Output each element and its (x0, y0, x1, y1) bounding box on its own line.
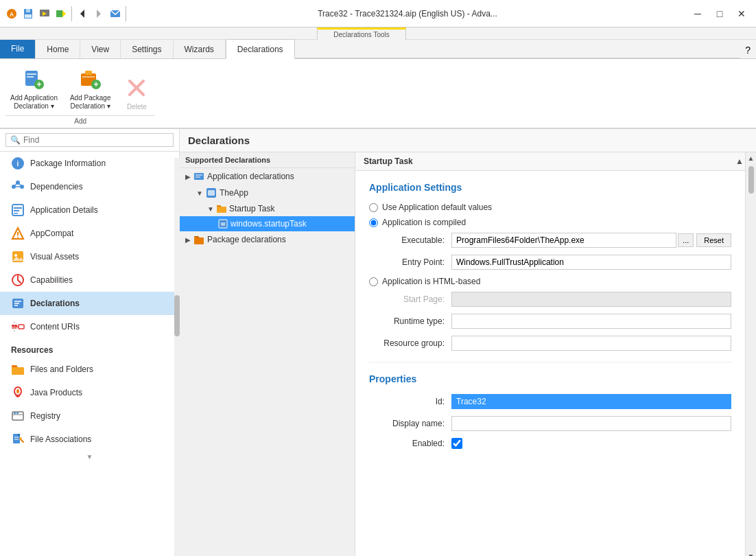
expand-app-decl-icon: ▶ (185, 173, 191, 181)
tree-package-declarations[interactable]: ▶ Package declarations (180, 231, 355, 248)
svg-point-40 (14, 254, 17, 257)
svg-marker-8 (62, 10, 66, 17)
the-app-icon (206, 187, 217, 198)
toolbar-sep1 (71, 6, 72, 21)
runtime-type-input[interactable] (451, 314, 731, 329)
sidebar-item-java-products[interactable]: Java Products (0, 381, 179, 404)
tree-startup-task[interactable]: ▼ Startup Task (180, 201, 355, 216)
app-icon[interactable]: A (4, 6, 19, 21)
properties-title: Properties (369, 373, 731, 384)
resource-group-row: Resource group: (369, 336, 731, 351)
registry-icon (11, 409, 25, 423)
detail-scrollbar: ▲ ▼ (745, 152, 756, 556)
svg-line-29 (14, 183, 18, 187)
title-bar: A Trace32 - Trace321324.aip (English US)… (0, 0, 756, 27)
display-name-input[interactable] (451, 416, 731, 431)
tab-settings[interactable]: Settings (121, 40, 173, 58)
window-controls: ─ □ ✕ (683, 6, 756, 21)
mail-btn[interactable] (108, 6, 123, 21)
resource-group-label: Resource group: (369, 338, 451, 348)
sidebar-item-content-uris[interactable]: http Content URIs (0, 315, 179, 338)
close-btn[interactable]: ✕ (731, 6, 752, 21)
scroll-up-btn[interactable]: ▲ (746, 152, 757, 163)
executable-input[interactable] (451, 233, 676, 248)
id-input[interactable] (451, 394, 731, 409)
tab-view[interactable]: View (80, 40, 121, 58)
minimize-btn[interactable]: ─ (687, 6, 708, 21)
id-row: Id: (369, 394, 731, 409)
radio-html-label: Application is HTML-based (382, 277, 480, 286)
svg-rect-58 (16, 413, 19, 414)
window-title: Trace32 - Trace321324.aip (English US) -… (132, 9, 683, 19)
scroll-thumb[interactable] (748, 166, 754, 194)
detail-scroll-up[interactable]: ▲ (734, 157, 745, 166)
sidebar-item-declarations[interactable]: Declarations (0, 292, 179, 315)
run-btn[interactable] (54, 6, 69, 21)
search-input[interactable] (23, 135, 169, 145)
sidebar-scrollbar-thumb[interactable] (174, 295, 180, 336)
tab-wizards[interactable]: Wizards (174, 40, 226, 58)
enabled-checkbox[interactable] (451, 438, 462, 449)
start-page-label: Start Page: (383, 294, 451, 304)
executable-browse-btn[interactable]: ... (678, 233, 694, 247)
tree-app-declarations[interactable]: ▶ Application declarations (180, 168, 355, 185)
entry-point-label: Entry Point: (383, 257, 451, 267)
sidebar-item-capabilities[interactable]: Capabilities (0, 268, 179, 292)
resource-group-input[interactable] (451, 336, 731, 351)
sidebar-item-app-details[interactable]: Application Details (0, 198, 179, 222)
radio-compiled-label: Application is compiled (382, 218, 466, 227)
scroll-down-indicator: ▼ (0, 451, 179, 462)
tree-content: ▶ Application declarations ▼ TheApp (180, 168, 355, 556)
scroll-down-btn[interactable]: ▼ (746, 551, 757, 556)
tree-windows-startup-task[interactable]: W windows.startupTask (180, 216, 355, 231)
runtime-type-label: Runtime type: (369, 316, 451, 326)
svg-rect-35 (14, 213, 18, 214)
radio-html[interactable] (369, 277, 378, 286)
sidebar-item-appcompat[interactable]: AppCompat (0, 222, 179, 245)
back-btn[interactable] (75, 6, 90, 21)
entry-point-input[interactable] (451, 255, 731, 270)
tree-the-app[interactable]: ▼ TheApp (180, 185, 355, 201)
scroll-track (748, 163, 754, 551)
add-pkg-decl-btn[interactable]: + Add PackageDeclaration ▾ (65, 62, 116, 114)
ribbon-group-label: Add (5, 115, 155, 125)
delete-btn[interactable]: Delete (118, 62, 155, 114)
maximize-btn[interactable]: □ (709, 6, 730, 21)
save-btn[interactable] (21, 6, 36, 21)
declarations-split: Supported Declarations ▶ Application dec… (180, 152, 756, 556)
tab-declarations[interactable]: Declarations (226, 39, 295, 59)
start-page-row: Start Page: (383, 292, 731, 307)
add-app-decl-btn[interactable]: + Add ApplicationDeclaration ▾ (5, 62, 62, 114)
svg-rect-65 (194, 173, 204, 180)
app-settings-title: Application Settings (369, 182, 731, 193)
ribbon-group-add: + Add ApplicationDeclaration ▾ + (0, 62, 161, 125)
svg-rect-13 (27, 73, 36, 75)
forward-btn[interactable] (91, 6, 106, 21)
sidebar-item-registry[interactable]: Registry (0, 404, 179, 428)
entry-point-row: Entry Point: (383, 255, 731, 270)
radio-compiled[interactable] (369, 218, 378, 227)
sidebar-item-files-folders[interactable]: Files and Folders (0, 358, 179, 381)
svg-rect-33 (14, 207, 22, 209)
sidebar-item-package-info[interactable]: i Package Information (0, 152, 179, 175)
display-name-row: Display name: (369, 416, 731, 431)
startup-task-folder-icon (217, 204, 226, 213)
radio-default[interactable] (369, 203, 378, 212)
content-uris-icon: http (11, 320, 25, 334)
sidebar-item-file-assoc[interactable]: File Associations (0, 428, 179, 451)
executable-reset-btn[interactable]: Reset (696, 233, 731, 247)
svg-rect-4 (25, 14, 32, 18)
app-details-icon (11, 203, 25, 217)
tab-file[interactable]: File (0, 39, 35, 58)
svg-marker-10 (97, 10, 101, 18)
help-btn[interactable]: ? (740, 42, 756, 58)
tab-home[interactable]: Home (35, 40, 80, 58)
sidebar-item-visual-assets[interactable]: Visual Assets (0, 245, 179, 268)
svg-text:i: i (17, 160, 19, 167)
build-btn[interactable] (37, 6, 52, 21)
section-divider (369, 362, 731, 362)
svg-rect-69 (208, 190, 215, 196)
tree-pane: Supported Declarations ▶ Application dec… (180, 152, 355, 556)
detail-pane: Startup Task ▲ Application Settings Use … (355, 152, 745, 556)
sidebar-item-dependencies[interactable]: Dependencies (0, 175, 179, 198)
